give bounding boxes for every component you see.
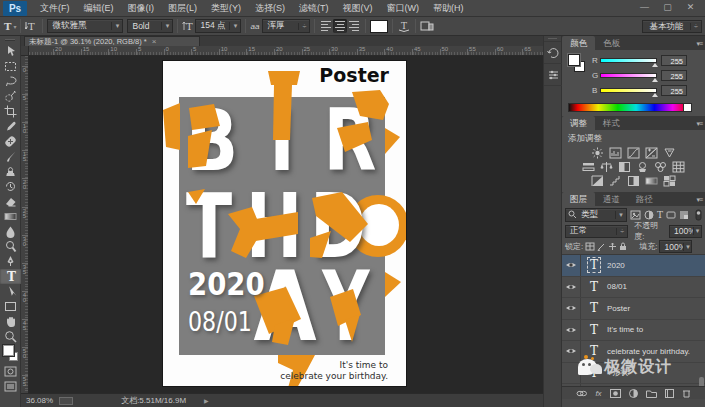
levels-adjustment-icon[interactable] (609, 147, 622, 159)
layer-filter-select[interactable]: 类型▾ (565, 208, 627, 222)
workspace-select[interactable]: 基本功能÷ (642, 20, 702, 33)
new-group-icon[interactable] (646, 389, 657, 398)
font-family-select[interactable]: 微软雅黑▾ (47, 19, 123, 33)
menu-layer[interactable]: 图层(L) (161, 2, 204, 15)
crop-tool[interactable] (0, 104, 21, 119)
filter-shape-layers-icon[interactable] (666, 210, 676, 220)
filter-smart-objects-icon[interactable] (679, 210, 689, 220)
rectangle-tool[interactable] (0, 299, 21, 314)
healing-brush-tool[interactable] (0, 134, 21, 149)
tab-paths[interactable]: 路径 (628, 192, 661, 206)
layer-name[interactable]: It's time to (607, 325, 643, 334)
tab-color[interactable]: 颜色 (562, 36, 595, 50)
quick-select-tool[interactable] (0, 89, 21, 104)
blue-slider[interactable] (600, 88, 657, 93)
tab-channels[interactable]: 通道 (595, 192, 628, 206)
align-center-button[interactable] (333, 19, 347, 33)
layer-row[interactable]: T2020 (562, 255, 705, 277)
blend-mode-select[interactable]: 正常÷ (565, 225, 628, 238)
tab-styles[interactable]: 样式 (595, 116, 628, 130)
screen-mode-button[interactable] (0, 379, 21, 394)
menu-edit[interactable]: 编辑(E) (77, 2, 121, 15)
black-white-adjustment-icon[interactable] (618, 161, 631, 173)
gradient-tool[interactable] (0, 209, 21, 224)
exposure-adjustment-icon[interactable] (645, 147, 658, 159)
layer-visibility-icon[interactable] (562, 255, 581, 276)
foreground-color-swatch[interactable] (3, 345, 14, 356)
history-panel-icon[interactable] (544, 42, 563, 64)
marquee-tool[interactable] (0, 59, 21, 74)
font-style-select[interactable]: Bold▾ (127, 19, 173, 33)
align-right-button[interactable] (347, 19, 361, 33)
eraser-tool[interactable] (0, 194, 21, 209)
lock-all-icon[interactable] (619, 242, 627, 251)
layer-visibility-icon[interactable] (562, 277, 581, 298)
menu-filter[interactable]: 滤镜(T) (292, 2, 336, 15)
layer-name[interactable]: 2020 (607, 261, 625, 270)
channel-mixer-adjustment-icon[interactable] (654, 161, 667, 173)
layer-visibility-icon[interactable] (562, 298, 581, 319)
path-select-tool[interactable] (0, 284, 21, 299)
green-value-field[interactable]: 255 (661, 70, 687, 81)
type-tool-preset-icon[interactable]: T▾ (4, 21, 16, 32)
red-value-field[interactable]: 255 (661, 55, 687, 66)
menu-image[interactable]: 图像(I) (121, 2, 162, 15)
tab-adjustments[interactable]: 调整 (562, 116, 595, 130)
new-adjustment-icon[interactable] (629, 389, 638, 398)
layer-row[interactable]: T08/01 (562, 277, 705, 299)
filter-adjustment-layers-icon[interactable] (644, 210, 654, 220)
tab-swatches[interactable]: 色板 (595, 36, 628, 50)
pen-tool[interactable] (0, 254, 21, 269)
vibrance-adjustment-icon[interactable] (663, 147, 676, 159)
move-tool[interactable] (0, 44, 21, 59)
eyedropper-tool[interactable] (0, 119, 21, 134)
selective-color-adjustment-icon[interactable] (663, 175, 676, 187)
menu-view[interactable]: 视图(V) (336, 2, 380, 15)
text-color-swatch[interactable] (370, 20, 388, 33)
brightness-contrast-adjustment-icon[interactable] (591, 147, 604, 159)
green-slider[interactable] (600, 73, 657, 78)
history-brush-tool[interactable] (0, 179, 21, 194)
menu-window[interactable]: 窗口(W) (380, 2, 427, 15)
lock-position-icon[interactable] (608, 242, 617, 251)
clone-stamp-tool[interactable] (0, 164, 21, 179)
color-spectrum-bar[interactable] (568, 103, 692, 112)
hue-saturation-adjustment-icon[interactable] (582, 161, 595, 173)
new-layer-icon[interactable] (665, 389, 674, 398)
minimize-icon[interactable]: — (638, 2, 651, 13)
layer-visibility-icon[interactable] (562, 320, 581, 341)
blur-tool[interactable] (0, 224, 21, 239)
layer-text-thumbnail[interactable]: T (581, 258, 607, 272)
fg-color-well[interactable] (568, 54, 580, 66)
anti-alias-select[interactable]: 浑厚÷ (262, 19, 310, 33)
document-tab[interactable]: 未标题-1 @ 36.1% (2020, RGB/8) * × (24, 36, 200, 46)
type-tool[interactable]: T (0, 269, 21, 284)
photo-filter-adjustment-icon[interactable] (636, 161, 649, 173)
lasso-tool[interactable] (0, 74, 21, 89)
adjustments-panel-menu-icon[interactable]: ▾≡ (696, 120, 702, 128)
toolbar-grip[interactable] (0, 36, 20, 44)
layer-style-icon[interactable]: fx (595, 389, 601, 398)
dodge-tool[interactable] (0, 239, 21, 254)
toggle-panels-icon[interactable] (420, 20, 434, 32)
tab-close-icon[interactable]: × (152, 37, 157, 46)
color-balance-adjustment-icon[interactable] (600, 161, 613, 173)
align-left-button[interactable] (319, 19, 333, 33)
threshold-adjustment-icon[interactable] (627, 175, 640, 187)
tab-layers[interactable]: 图层 (562, 192, 595, 206)
blue-value-field[interactable]: 255 (661, 85, 687, 96)
gradient-map-adjustment-icon[interactable] (645, 175, 658, 187)
lock-pixels-icon[interactable] (597, 242, 606, 251)
canvas-viewport[interactable]: Poster BIRTHDAY 2020 08/01 It's time to … (29, 56, 543, 393)
status-menu-arrow-icon[interactable]: ▶ (204, 397, 209, 404)
layer-text-thumbnail[interactable]: T (581, 301, 607, 315)
close-icon[interactable]: ✕ (684, 2, 697, 13)
curves-adjustment-icon[interactable] (627, 147, 640, 159)
zoom-tool[interactable] (0, 329, 21, 344)
filter-pixel-layers-icon[interactable] (630, 210, 641, 220)
warp-text-icon[interactable]: T (397, 20, 411, 32)
filter-type-layers-icon[interactable]: T (657, 210, 663, 220)
layer-text-thumbnail[interactable]: T (581, 280, 607, 294)
red-slider[interactable] (600, 58, 657, 63)
ps-logo-icon[interactable]: Ps (3, 1, 27, 16)
